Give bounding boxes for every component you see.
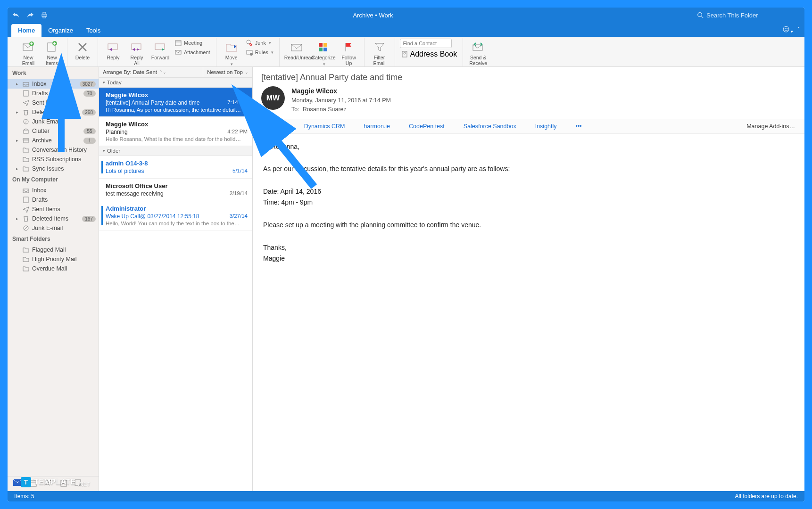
trash-icon bbox=[23, 109, 29, 115]
reply-all-button[interactable]: ReplyAll bbox=[126, 39, 147, 66]
svg-point-7 bbox=[787, 28, 787, 29]
svg-line-35 bbox=[24, 120, 28, 123]
watermark-logo-icon: T bbox=[21, 477, 31, 487]
message-item[interactable]: admin O14-3-8Lots of pictures5/1/14 bbox=[99, 156, 252, 179]
omc-folder-junk-e-mail[interactable]: Junk E-mail bbox=[8, 223, 99, 233]
svg-line-4 bbox=[702, 16, 704, 18]
send-receive-button[interactable]: Send &Receive bbox=[468, 39, 489, 66]
forward-button[interactable]: Forward bbox=[150, 39, 171, 61]
reading-pane: [tentative] Annual Party date and time M… bbox=[253, 67, 804, 491]
svg-rect-13 bbox=[132, 44, 141, 49]
omc-folder-deleted-items[interactable]: ▸Deleted Items167 bbox=[8, 214, 99, 223]
svg-rect-12 bbox=[108, 44, 117, 49]
omc-folder-inbox[interactable]: Inbox bbox=[8, 186, 99, 195]
find-contact-input[interactable] bbox=[400, 39, 452, 48]
print-icon[interactable] bbox=[40, 10, 49, 20]
omc-folder-sent-items[interactable]: Sent Items bbox=[8, 205, 99, 214]
tab-home[interactable]: Home bbox=[11, 24, 41, 37]
folder-icon bbox=[23, 165, 29, 172]
folder-icon bbox=[23, 265, 29, 272]
email-subject: [tentative] Annual Party date and time bbox=[253, 67, 804, 86]
folder-icon bbox=[23, 246, 29, 253]
folder-icon bbox=[23, 156, 29, 163]
smart-folders-header[interactable]: Smart Folders bbox=[8, 233, 99, 245]
svg-rect-15 bbox=[175, 41, 181, 46]
search-box[interactable] bbox=[697, 12, 801, 19]
email-date: Monday, January 11, 2016 at 7:14 PM bbox=[291, 96, 391, 105]
read-unread-button[interactable]: Read/Unread bbox=[284, 39, 309, 61]
message-item[interactable]: Microsoft Office Usertest message receiv… bbox=[99, 179, 252, 201]
svg-point-5 bbox=[783, 26, 789, 32]
redo-icon[interactable] bbox=[25, 10, 35, 20]
archive-icon bbox=[23, 137, 29, 144]
junk-button[interactable]: Junk▾ bbox=[245, 39, 274, 47]
svg-point-3 bbox=[698, 13, 702, 17]
inbox-icon bbox=[23, 187, 29, 194]
addin-link[interactable]: ••• bbox=[576, 123, 582, 130]
tab-organize[interactable]: Organize bbox=[41, 24, 80, 37]
draft-icon bbox=[23, 197, 29, 203]
svg-point-18 bbox=[247, 40, 250, 44]
tab-tools[interactable]: Tools bbox=[80, 24, 107, 37]
status-bar: Items: 5 All folders are up to date. bbox=[8, 491, 804, 501]
attachment-button[interactable]: Attachment bbox=[174, 48, 211, 57]
categorize-button[interactable]: Categorize▾ bbox=[312, 39, 336, 66]
smart-folder-overdue-mail[interactable]: Overdue Mail bbox=[8, 264, 99, 273]
reply-button[interactable]: Reply bbox=[103, 39, 124, 61]
smart-folder-high-priority-mail[interactable]: High Priority Mail bbox=[8, 254, 99, 264]
svg-rect-36 bbox=[24, 130, 28, 133]
folder-sync-issues[interactable]: ▸Sync Issues bbox=[8, 164, 99, 173]
addin-link[interactable]: harmon.ie bbox=[364, 123, 390, 130]
item-count: Items: 5 bbox=[14, 493, 34, 500]
new-items-button[interactable]: NewItems bbox=[41, 39, 62, 66]
on-my-computer-header[interactable]: On My Computer bbox=[8, 173, 99, 186]
move-button[interactable]: Move▾ bbox=[221, 39, 242, 66]
svg-point-29 bbox=[404, 52, 406, 54]
meeting-button[interactable]: Meeting bbox=[174, 39, 211, 47]
svg-rect-14 bbox=[155, 44, 165, 49]
svg-rect-38 bbox=[24, 140, 28, 143]
annotation-arrow-1 bbox=[52, 81, 75, 158]
group-header[interactable]: ▾ Older bbox=[99, 146, 252, 156]
junk-icon bbox=[23, 118, 29, 125]
clutter-icon bbox=[23, 128, 29, 134]
rules-button[interactable]: Rules▾ bbox=[245, 48, 274, 57]
addins-bar: Nile1 ACDynamics CRMharmon.ieCodePen tes… bbox=[253, 119, 804, 134]
search-input[interactable] bbox=[706, 12, 787, 19]
message-item[interactable]: Maggie Wilcox[tentative] Annual Party da… bbox=[99, 88, 252, 117]
svg-rect-24 bbox=[319, 43, 323, 47]
help-smile-icon[interactable]: ▾ bbox=[782, 25, 793, 35]
addin-link[interactable]: Insightly bbox=[535, 123, 557, 130]
trash-icon bbox=[23, 215, 29, 222]
manage-addins-link[interactable]: Manage Add-ins… bbox=[746, 123, 795, 130]
search-icon bbox=[697, 12, 704, 18]
title-bar: Archive • Work bbox=[8, 8, 804, 23]
smart-folder-flagged-mail[interactable]: Flagged Mail bbox=[8, 245, 99, 254]
svg-point-22 bbox=[250, 53, 253, 56]
arrange-by-button[interactable]: Arrange By: Date Sent⌃⌄ bbox=[99, 67, 203, 77]
sender-name: Maggie Wilcox bbox=[291, 86, 391, 96]
sent-icon bbox=[23, 206, 29, 213]
new-email-button[interactable]: NewEmail bbox=[18, 39, 39, 66]
email-body: Hi Rosanna, As per our discussion, the t… bbox=[253, 134, 804, 272]
account-header[interactable]: Work bbox=[8, 67, 99, 79]
message-item[interactable]: Maggie WilcoxPlanning4:22 PMHello Rosann… bbox=[99, 117, 252, 146]
ribbon: NewEmail NewItems Delete Reply ReplyAll … bbox=[8, 37, 804, 67]
sort-order-button[interactable]: Newest on Top⌄ bbox=[203, 67, 252, 77]
undo-icon[interactable] bbox=[11, 10, 21, 20]
svg-line-43 bbox=[24, 226, 28, 230]
window-title: Archive • Work bbox=[49, 12, 697, 19]
svg-rect-25 bbox=[323, 43, 327, 47]
draft-icon bbox=[23, 90, 29, 97]
group-header[interactable]: ▾ Today bbox=[99, 78, 252, 88]
addin-link[interactable]: CodePen test bbox=[409, 123, 445, 130]
address-book-button[interactable]: Address Book bbox=[400, 49, 458, 59]
message-item[interactable]: AdministratorWake Up Call@ 03/27/2014 12… bbox=[99, 201, 252, 230]
folder-icon bbox=[23, 256, 29, 263]
omc-folder-drafts[interactable]: Drafts bbox=[8, 195, 99, 205]
delete-button[interactable]: Delete bbox=[72, 39, 93, 61]
sync-status: All folders are up to date. bbox=[735, 493, 798, 500]
collapse-ribbon-icon[interactable]: ˆ bbox=[798, 27, 800, 33]
addin-link[interactable]: Salesforce Sandbox bbox=[464, 123, 516, 130]
svg-rect-27 bbox=[323, 48, 327, 51]
